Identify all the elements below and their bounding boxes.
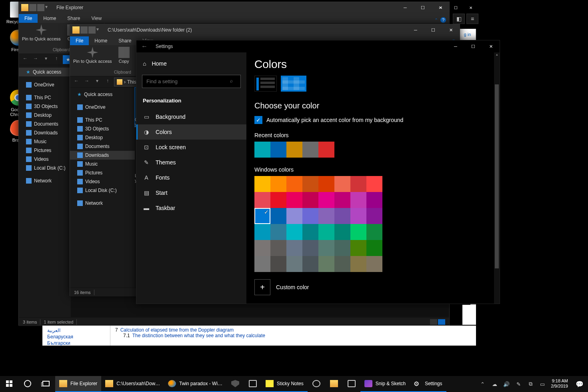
nav-home[interactable]: ⌂Home [136,56,246,71]
minimize-button[interactable]: ─ [447,41,464,52]
qat-icon[interactable] [37,4,44,11]
folder-icon[interactable] [72,26,80,34]
color-swatch[interactable] [350,240,366,256]
tray-overflow-button[interactable]: ⌃ [479,380,486,388]
color-swatch[interactable] [318,142,334,158]
nav-desktop[interactable]: Desktop [70,133,135,142]
back-button[interactable]: ← [141,43,148,50]
tab-home[interactable]: Home [89,36,113,45]
color-swatch[interactable] [302,240,318,256]
action-center-button[interactable]: 💬 [571,376,588,392]
up-button[interactable]: ↑ [104,78,112,86]
taskbar-task[interactable]: ⚙Settings [410,376,446,392]
color-swatch[interactable] [334,256,350,272]
tab-home[interactable]: Home [38,14,62,23]
nav-videos[interactable]: Videos [19,155,71,164]
color-swatch[interactable] [286,176,302,192]
color-swatch[interactable] [254,256,270,272]
maximize-button[interactable]: ☐ [464,41,482,52]
color-swatch[interactable] [366,176,382,192]
tray-volume-icon[interactable]: 🔊 [503,380,510,388]
nav-documents[interactable]: Documents [70,142,135,151]
nav-3d-objects[interactable]: 3D Objects [70,124,135,133]
close-button[interactable]: ✕ [463,2,478,13]
color-swatch[interactable] [334,192,350,208]
back-button[interactable]: ← [21,56,29,64]
color-swatch[interactable] [334,240,350,256]
nav-themes[interactable]: ✎Themes [136,155,246,170]
taskbar-task[interactable]: C:\Users\xah\Dow… [101,376,164,392]
preview-start[interactable] [281,76,306,92]
color-swatch[interactable] [254,208,270,224]
taskbar-task[interactable]: Twin paradox - Wi… [164,376,226,392]
nav-3d-objects[interactable]: 3D Objects [19,102,71,111]
up-button[interactable]: ↑ [52,56,60,64]
custom-color-button[interactable]: + Custom color [254,279,492,295]
back-button[interactable]: ← [72,78,80,86]
nav-music[interactable]: Music [19,137,71,146]
color-swatch[interactable] [254,142,270,158]
taskbar-task[interactable]: Sticky Notes [262,376,308,392]
nav-pictures[interactable]: Pictures [70,168,135,177]
nav-local-disk[interactable]: Local Disk (C:) [19,164,71,172]
color-swatch[interactable] [302,208,318,224]
nav-pictures[interactable]: Pictures [19,146,71,155]
nav-network[interactable]: Network [19,176,71,185]
color-swatch[interactable] [270,208,286,224]
nav-this-pc[interactable]: This PC [19,93,71,102]
color-swatch[interactable] [270,256,286,272]
color-swatch[interactable] [350,208,366,224]
color-swatch[interactable] [286,192,302,208]
nav-this-pc[interactable]: This PC [70,116,135,124]
tray-network-icon[interactable]: ⧉ [527,380,534,388]
color-swatch[interactable] [350,176,366,192]
color-swatch[interactable] [270,224,286,240]
nav-documents[interactable]: Documents [19,120,71,128]
toc-link[interactable]: The distinction between what they see an… [132,333,265,338]
taskbar-task[interactable] [226,376,244,392]
color-swatch[interactable] [318,224,334,240]
tab-file[interactable]: File [19,14,38,23]
tray-onedrive-icon[interactable]: ☁ [491,380,498,388]
color-swatch[interactable] [350,224,366,240]
pin-to-quick-access-button[interactable]: Pin to Quick access [22,24,61,41]
scrollbar[interactable]: ▴ [494,52,500,304]
scrollbar-thumb[interactable] [495,84,499,268]
color-swatch[interactable] [318,240,334,256]
color-swatch[interactable] [270,176,286,192]
maximize-button[interactable]: ☐ [448,2,463,13]
nav-local-disk[interactable]: Local Disk (C:) [70,186,135,195]
color-swatch[interactable] [286,208,302,224]
close-button[interactable]: ✕ [482,41,500,52]
nav-quick-access[interactable]: ★Quick access [70,90,135,99]
color-swatch[interactable] [366,192,382,208]
qat-icon[interactable] [80,26,88,34]
nav-fonts[interactable]: AFonts [136,170,246,185]
tab-share[interactable]: Share [113,36,137,45]
sidebar-toggle-icon[interactable]: ◧ [453,14,465,24]
nav-desktop[interactable]: Desktop [19,111,71,120]
color-swatch[interactable] [350,256,366,272]
auto-accent-checkbox[interactable]: ✓ Automatically pick an accent color fro… [254,116,492,124]
taskbar-task[interactable]: File Explorer [55,376,101,392]
nav-lock-screen[interactable]: ⊡Lock screen [136,140,246,155]
color-swatch[interactable] [366,208,382,224]
minimize-button[interactable]: ─ [407,24,424,36]
color-swatch[interactable] [366,240,382,256]
nav-downloads[interactable]: Downloads [19,128,71,137]
taskbar-task[interactable] [244,376,262,392]
tab-share[interactable]: Share [62,14,86,23]
pin-to-quick-access-button[interactable]: Pin to Quick access [73,47,112,64]
nav-colors[interactable]: ◑Colors [136,124,246,140]
color-swatch[interactable] [286,224,302,240]
lang-link[interactable]: Беларуская [47,334,105,340]
folder-icon[interactable] [21,4,28,11]
nav-downloads[interactable]: Downloads [70,151,135,160]
titlebar[interactable]: ← Settings ─ ☐ ✕ [136,40,500,52]
color-swatch[interactable] [286,240,302,256]
nav-start[interactable]: ▤Start [136,185,246,200]
nav-quick-access[interactable]: ★Quick access [19,68,71,76]
minimize-button[interactable]: ─ [396,2,414,13]
color-swatch[interactable] [286,142,302,158]
cortana-button[interactable] [18,376,37,392]
